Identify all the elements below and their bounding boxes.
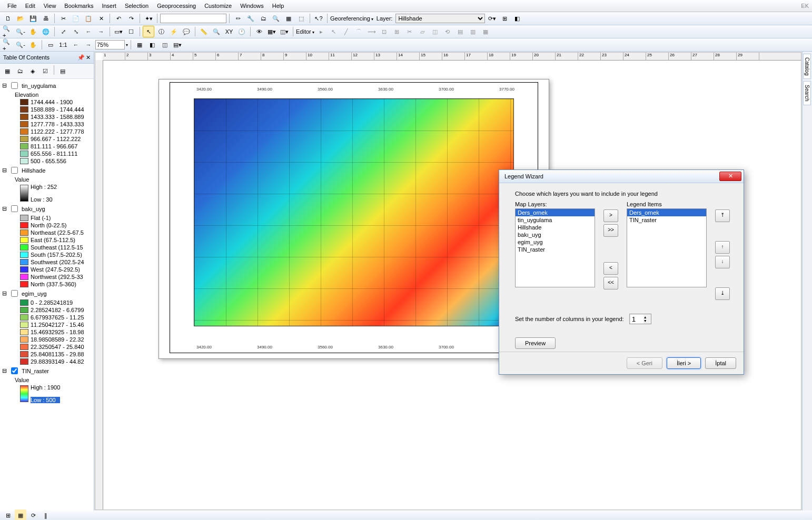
preview-button[interactable]: Preview (515, 337, 556, 349)
map-data-frame[interactable]: 3420.003420.003490.003490.003560.003560.… (170, 82, 538, 353)
zoom-100-icon[interactable]: 1:1 (57, 39, 69, 51)
copy-icon[interactable]: 📄 (70, 13, 82, 24)
search-tab[interactable]: Search (803, 81, 811, 105)
legend-items-listbox[interactable]: Ders_ornekTIN_raster (627, 208, 707, 287)
open-icon[interactable]: 📂 (15, 13, 26, 24)
dialog-close-button[interactable]: ✕ (719, 172, 741, 181)
list-by-visibility-icon[interactable]: ◈ (27, 65, 38, 77)
layer-checkbox[interactable] (11, 167, 18, 174)
map-layers-listbox[interactable]: Ders_ornektin_uygulamaHillshadebakı_uyge… (515, 208, 595, 287)
new-icon[interactable]: 🗋 (2, 13, 14, 24)
layer-name[interactable]: TIN_raster (22, 368, 49, 374)
expand-icon[interactable]: ⊟ (2, 290, 7, 297)
map-layer-item[interactable]: bakı_uyg (516, 231, 595, 238)
layer-checkbox[interactable] (11, 290, 18, 297)
python-icon[interactable]: ▦ (283, 13, 294, 24)
toc-options-icon[interactable]: ▤ (57, 65, 68, 77)
menu-windows[interactable]: Windows (236, 2, 268, 10)
data-view-icon[interactable]: ⊞ (2, 509, 14, 520)
layout-pan-icon[interactable]: ✋ (27, 39, 39, 51)
layer-checkbox[interactable] (11, 205, 18, 212)
forward-icon[interactable]: → (95, 26, 107, 37)
remove-all-button[interactable]: << (603, 277, 618, 289)
map-layer-item[interactable]: TIN_raster (516, 246, 595, 253)
toc-close-icon[interactable]: ✕ (86, 54, 91, 61)
time-slider-icon[interactable]: 🕐 (236, 26, 247, 37)
layout-back-icon[interactable]: ← (70, 39, 82, 51)
select-elements-icon[interactable]: ↖ (143, 26, 154, 37)
expand-icon[interactable]: ⊟ (2, 82, 7, 89)
select-features-icon[interactable]: ▭▾ (113, 26, 124, 37)
overview-icon[interactable]: ◫▾ (279, 26, 290, 37)
fixed-zoom-out-icon[interactable]: ⤡ (70, 26, 82, 37)
delete-icon[interactable]: ✕ (95, 13, 107, 24)
layout-zoom-out-icon[interactable]: 🔍- (15, 39, 26, 51)
create-viewer-icon[interactable]: ▦▾ (266, 26, 278, 37)
undo-icon[interactable]: ↶ (113, 13, 124, 24)
menu-bookmarks[interactable]: Bookmarks (60, 2, 97, 10)
paste-icon[interactable]: 📋 (83, 13, 94, 24)
pointer-icon[interactable]: ↖? (313, 13, 324, 24)
map-layer-item[interactable]: Ders_ornek (516, 209, 595, 216)
layer-name[interactable]: Hillshade (22, 167, 45, 174)
layout-forward-icon[interactable]: → (83, 39, 94, 51)
scale-combo[interactable] (160, 14, 226, 23)
find-xy-icon[interactable]: XY (223, 26, 235, 37)
add-button[interactable]: > (603, 209, 618, 222)
legend-item[interactable]: Ders_ornek (627, 209, 706, 216)
layer-name[interactable]: tin_uygulama (22, 83, 56, 89)
list-by-selection-icon[interactable]: ☑ (39, 65, 51, 77)
redo-icon[interactable]: ↷ (125, 13, 137, 24)
catalog-window-icon[interactable]: 🗂 (258, 13, 269, 24)
spinner-arrows-icon[interactable]: ▲▼ (643, 315, 647, 323)
list-by-drawing-icon[interactable]: ▦ (2, 65, 13, 77)
expand-icon[interactable]: ⊟ (2, 205, 7, 212)
next-button[interactable]: İleri > (667, 357, 701, 369)
viewer-window-icon[interactable]: 👁 (253, 26, 265, 37)
expand-icon[interactable]: ⊟ (2, 367, 7, 374)
layout-scale-combo[interactable] (95, 40, 125, 49)
remove-button[interactable]: < (603, 262, 618, 275)
zoom-whole-page-icon[interactable]: ▭ (45, 39, 56, 51)
menu-edit[interactable]: Edit (21, 2, 39, 10)
layout-view-canvas[interactable]: 1234567891011121314151617181920212223242… (95, 52, 801, 510)
find-icon[interactable]: 🔍 (211, 26, 222, 37)
back-icon[interactable]: ← (83, 26, 94, 37)
layer-checkbox[interactable] (11, 367, 18, 374)
back-button[interactable]: < Geri (627, 357, 662, 369)
menu-selection[interactable]: Selection (121, 2, 153, 10)
list-by-source-icon[interactable]: 🗂 (14, 65, 26, 77)
layer-checkbox[interactable] (11, 82, 18, 89)
full-extent-icon[interactable]: 🌐 (40, 26, 52, 37)
measure-icon[interactable]: 📏 (198, 26, 210, 37)
save-icon[interactable]: 💾 (27, 13, 39, 24)
fixed-zoom-in-icon[interactable]: ⤢ (57, 26, 69, 37)
model-icon[interactable]: ⬚ (295, 13, 307, 24)
data-driven-icon[interactable]: ▤▾ (172, 39, 183, 51)
pause-icon[interactable]: ‖ (40, 509, 52, 520)
cancel-button[interactable]: İptal (705, 357, 736, 369)
html-popup-icon[interactable]: 💬 (181, 26, 192, 37)
print-icon[interactable]: 🖶 (40, 13, 52, 24)
identify-icon[interactable]: ⓘ (155, 26, 167, 37)
tool-icon[interactable]: ✏ (232, 13, 244, 24)
map-layer-item[interactable]: tin_uygulama (516, 216, 595, 224)
pan-icon[interactable]: ✋ (27, 26, 39, 37)
menu-insert[interactable]: Insert (97, 2, 121, 10)
catalog-tab[interactable]: Catalog (803, 54, 811, 79)
add-all-button[interactable]: >> (603, 224, 618, 237)
zoom-out-icon[interactable]: 🔍- (15, 26, 26, 37)
move-up-button[interactable]: ↑ (715, 241, 730, 254)
add-data-icon[interactable]: ✦▾ (143, 13, 154, 24)
change-layout-icon[interactable]: ◫ (159, 39, 171, 51)
cut-icon[interactable]: ✂ (57, 13, 69, 24)
move-bottom-button[interactable]: ⤓ (715, 287, 730, 300)
rotate-icon[interactable]: ⟳▾ (486, 13, 498, 24)
menu-view[interactable]: View (39, 2, 61, 10)
map-layer-item[interactable]: Hillshade (516, 224, 595, 231)
map-layer-item[interactable]: egim_uyg (516, 238, 595, 246)
layer-combo[interactable]: Hillshade (395, 14, 485, 23)
focus-data-frame-icon[interactable]: ◧ (146, 39, 158, 51)
viewer-icon[interactable]: ◧ (511, 13, 523, 24)
refresh-icon[interactable]: ⟳ (27, 509, 39, 520)
